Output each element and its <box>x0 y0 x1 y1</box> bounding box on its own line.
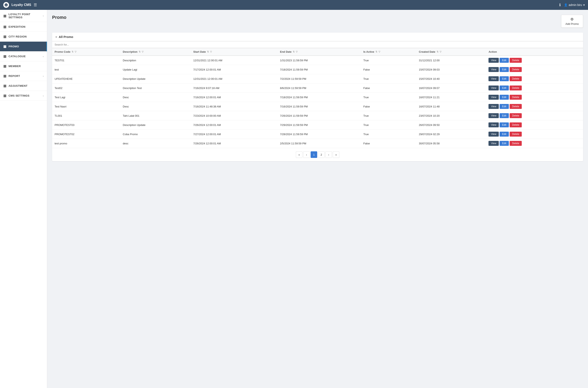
view-button[interactable]: View <box>488 58 499 63</box>
delete-button[interactable]: Delete <box>510 113 522 118</box>
col-start-date: Start Date ⇅ ▽ <box>191 48 278 56</box>
navbar: ◎ Loyalty CMS ☰ ℹ 👤 admin biru ▾ <box>0 0 588 10</box>
table-row: PROMOTEST02 Coba Promo 7/27/2024 12:00:0… <box>52 130 583 139</box>
pagination-prev[interactable]: ‹ <box>303 151 310 158</box>
sort-icon[interactable]: ⇅ <box>375 50 377 53</box>
edit-button[interactable]: Edit <box>500 95 509 100</box>
delete-button[interactable]: Delete <box>510 104 522 109</box>
sidebar-item-promo[interactable]: ▦ PROMO <box>0 42 47 51</box>
cell-end-date: 2/5/2024 11:59:59 PM <box>278 139 361 148</box>
edit-button[interactable]: Edit <box>500 76 509 81</box>
edit-button[interactable]: Edit <box>500 86 509 90</box>
table-row: Test Nasri Desc 7/16/2024 11:48:38 AM 7/… <box>52 102 583 111</box>
view-button[interactable]: View <box>488 76 499 81</box>
filter-icon[interactable]: ▽ <box>142 50 143 53</box>
delete-button[interactable]: Delete <box>510 132 522 137</box>
sidebar: ▦ LOYALTY POINT SETTINGS ‹ ▦ EXPEDITION … <box>0 10 47 388</box>
sort-icon[interactable]: ⇅ <box>293 50 295 53</box>
filter-icon[interactable]: ▽ <box>296 50 298 53</box>
add-promo-button[interactable]: ⚙ Add Promo <box>561 15 583 28</box>
edit-button[interactable]: Edit <box>500 122 509 127</box>
view-button[interactable]: View <box>488 95 499 100</box>
table-row: test promo desc 7/26/2024 12:00:01 AM 2/… <box>52 139 583 148</box>
sort-icon[interactable]: ⇅ <box>207 50 209 53</box>
chevron-icon: ‹ <box>43 95 44 97</box>
cell-end-date: 7/18/2024 11:59:59 PM <box>278 65 361 74</box>
cell-action: View Edit Delete <box>486 120 583 130</box>
edit-button[interactable]: Edit <box>500 67 509 72</box>
page-title: Promo <box>52 15 66 20</box>
search-input[interactable] <box>52 41 583 48</box>
delete-button[interactable]: Delete <box>510 67 522 72</box>
cell-created-date: 29/07/2024 02:29 <box>416 130 486 139</box>
table-row: Test Lagi Desc 7/16/2024 12:00:01 AM 7/1… <box>52 93 583 102</box>
filter-icon[interactable]: ▽ <box>440 50 441 53</box>
edit-button[interactable]: Edit <box>500 58 509 63</box>
cell-description: Description Update <box>120 74 191 83</box>
view-button[interactable]: View <box>488 113 499 118</box>
delete-button[interactable]: Delete <box>510 95 522 100</box>
pagination-last[interactable]: » <box>333 151 339 158</box>
delete-button[interactable]: Delete <box>510 76 522 81</box>
cell-end-date: 7/18/2024 11:59:59 PM <box>278 93 361 102</box>
delete-button[interactable]: Delete <box>510 86 522 90</box>
sort-icon[interactable]: ⇅ <box>436 50 438 53</box>
delete-button[interactable]: Delete <box>510 58 522 63</box>
add-promo-label: Add Promo <box>565 22 579 25</box>
cell-action: View Edit Delete <box>486 130 583 139</box>
loyalty-icon: ▦ <box>3 14 6 18</box>
cell-action: View Edit Delete <box>486 74 583 83</box>
sidebar-item-expedition[interactable]: ▦ EXPEDITION <box>0 22 47 32</box>
filter-icon[interactable]: ▽ <box>379 50 380 53</box>
pagination-page-1[interactable]: 1 <box>311 151 317 158</box>
cell-action: View Edit Delete <box>486 65 583 74</box>
cell-promo-code: Test Lagi <box>52 93 120 102</box>
pagination-next[interactable]: › <box>325 151 332 158</box>
delete-button[interactable]: Delete <box>510 141 522 146</box>
edit-button[interactable]: Edit <box>500 141 509 146</box>
cell-created-date: 15/07/2024 09:03 <box>416 65 486 74</box>
sidebar-item-member[interactable]: ▦ MEMBER <box>0 61 47 71</box>
sort-icon[interactable]: ⇅ <box>139 50 141 53</box>
sidebar-item-label: LOYALTY POINT SETTINGS <box>8 13 41 19</box>
delete-button[interactable]: Delete <box>510 122 522 127</box>
view-button[interactable]: View <box>488 86 499 90</box>
edit-button[interactable]: Edit <box>500 113 509 118</box>
sort-icon[interactable]: ⇅ <box>72 50 74 53</box>
sidebar-item-catalogue[interactable]: ▦ CATALOGUE ‹ <box>0 51 47 61</box>
col-description: Description ⇅ ▽ <box>120 48 191 56</box>
hamburger-icon[interactable]: ☰ <box>34 3 37 7</box>
edit-button[interactable]: Edit <box>500 104 509 109</box>
sidebar-item-cms-settings[interactable]: ▦ CMS SETTINGS ‹ <box>0 91 47 101</box>
pagination-page-2[interactable]: 2 <box>318 151 325 158</box>
user-menu[interactable]: 👤 admin biru ▾ <box>564 3 585 7</box>
cell-end-date: 7/28/2024 11:59:59 PM <box>278 130 361 139</box>
sidebar-item-city-region[interactable]: ▦ CITY REGION <box>0 32 47 42</box>
cell-is-active: False <box>361 65 416 74</box>
sidebar-item-loyalty-point-settings[interactable]: ▦ LOYALTY POINT SETTINGS ‹ <box>0 10 47 22</box>
sidebar-item-adjustment[interactable]: ▦ ADJUSTMENT <box>0 81 47 91</box>
view-button[interactable]: View <box>488 122 499 127</box>
sidebar-item-label: ADJUSTMENT <box>8 84 27 87</box>
edit-button[interactable]: Edit <box>500 132 509 137</box>
sidebar-item-label: CMS SETTINGS <box>8 94 29 97</box>
col-action: Action <box>486 48 583 56</box>
view-button[interactable]: View <box>488 67 499 72</box>
cell-is-active: True <box>361 111 416 120</box>
cell-is-active: False <box>361 139 416 148</box>
sidebar-item-label: CATALOGUE <box>8 55 26 58</box>
info-icon[interactable]: ℹ <box>559 3 561 7</box>
add-promo-icon: ⚙ <box>570 17 574 22</box>
filter-icon[interactable]: ▽ <box>75 50 76 53</box>
cell-description: desc <box>120 139 191 148</box>
filter-icon[interactable]: ▽ <box>210 50 212 53</box>
view-button[interactable]: View <box>488 104 499 109</box>
view-button[interactable]: View <box>488 141 499 146</box>
view-button[interactable]: View <box>488 132 499 137</box>
col-promo-code: Promo Code ⇅ ▽ <box>52 48 120 56</box>
sidebar-item-report[interactable]: ▦ REPORT ‹ <box>0 71 47 81</box>
pagination-first[interactable]: « <box>296 151 302 158</box>
cell-action: View Edit Delete <box>486 83 583 93</box>
cell-is-active: True <box>361 130 416 139</box>
sidebar-item-label: PROMO <box>8 45 19 48</box>
